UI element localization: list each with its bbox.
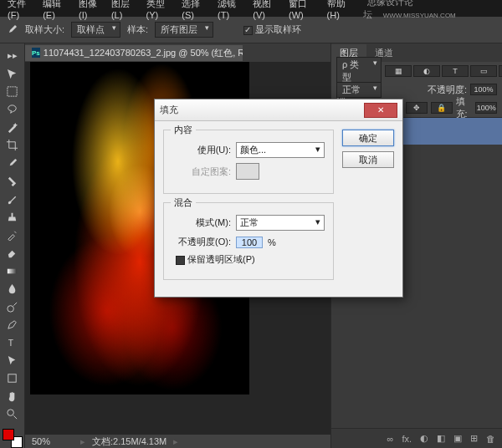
sample-from-dropdown[interactable]: 所有图层 (155, 22, 213, 38)
magic-wand-tool[interactable] (3, 119, 23, 136)
fx-icon[interactable]: fx. (402, 434, 412, 444)
shape-tool[interactable] (3, 369, 23, 387)
mode-label: 模式(M): (172, 216, 231, 229)
document-tab[interactable]: Ps 11074431_122403780263_2.jpg @ 50% (红色… (25, 45, 243, 61)
pattern-picker (236, 163, 259, 180)
toolbar: ▸▸ T (0, 43, 25, 448)
blend-mode-dropdown[interactable]: 正常 (336, 82, 382, 98)
doc-status: 文档:2.15M/4.13M (92, 435, 166, 448)
menu-file[interactable]: 文件(F) (3, 0, 38, 20)
menu-type[interactable]: 类型(Y) (142, 0, 178, 20)
hand-tool[interactable] (3, 388, 23, 405)
opacity-label: 不透明度(O): (172, 236, 231, 248)
content-legend: 内容 (171, 124, 196, 136)
ps-icon: Ps (32, 48, 40, 58)
filter-smart-icon[interactable]: ◧ (499, 65, 502, 77)
move-tool[interactable] (3, 64, 23, 82)
use-dropdown[interactable]: 颜色... (236, 142, 325, 158)
type-tool[interactable]: T (3, 333, 23, 351)
mask-icon[interactable]: ◐ (420, 433, 428, 444)
preserve-checkbox[interactable]: 保留透明区域(P) (176, 253, 255, 266)
menu-image[interactable]: 图像(I) (74, 0, 107, 20)
marquee-tool[interactable] (3, 83, 23, 100)
forum-watermark: 思缘设计论坛 WWW.MISSYUAN.COM (359, 0, 499, 21)
blend-legend: 混合 (171, 196, 196, 209)
opacity-label: 不透明度: (428, 84, 467, 96)
cancel-button[interactable]: 取消 (342, 151, 394, 168)
eraser-tool[interactable] (3, 244, 23, 262)
svg-rect-0 (8, 87, 17, 96)
delete-layer-icon[interactable]: 🗑 (486, 434, 495, 444)
status-bar: 50% ▸ 文档:2.15M/4.13M ▸ (25, 435, 330, 448)
menu-help[interactable]: 帮助(H) (323, 0, 359, 20)
sample-size-dropdown[interactable]: 取样点 (71, 22, 120, 38)
menu-view[interactable]: 视图(V) (248, 0, 284, 20)
mode-dropdown[interactable]: 正常 (236, 215, 325, 231)
group-icon[interactable]: ▣ (453, 433, 462, 444)
lock-pos-icon[interactable]: ✥ (406, 102, 428, 114)
svg-point-2 (8, 305, 14, 312)
eyedropper-tool[interactable] (3, 155, 23, 172)
filter-type-icon[interactable]: T (442, 65, 469, 77)
new-layer-icon[interactable]: ⊞ (470, 433, 478, 444)
eyedropper-icon[interactable] (5, 23, 18, 37)
menu-layer[interactable]: 图层(L) (107, 0, 142, 20)
document-tabs: Ps 11074431_122403780263_2.jpg @ 50% (红色… (25, 43, 330, 62)
opacity-unit: % (268, 237, 276, 247)
zoom-tool[interactable] (3, 405, 23, 423)
pattern-label: 自定图案: (172, 165, 231, 178)
blur-tool[interactable] (3, 280, 23, 298)
spot-heal-tool[interactable] (3, 172, 23, 190)
brush-tool[interactable] (3, 191, 23, 208)
menu-edit[interactable]: 编辑(E) (38, 0, 74, 20)
lock-all-icon[interactable]: 🔒 (431, 102, 453, 114)
use-label: 使用(U): (172, 144, 231, 156)
svg-rect-1 (8, 268, 17, 273)
clone-stamp-tool[interactable] (3, 208, 23, 226)
history-brush-tool[interactable] (3, 227, 23, 244)
sample-from-label: 样本: (127, 23, 148, 36)
svg-point-5 (8, 410, 14, 416)
fill-value[interactable]: 100% (475, 102, 497, 114)
fg-color-swatch[interactable] (3, 429, 14, 440)
dialog-close-button[interactable]: ✕ (364, 103, 397, 118)
gradient-tool[interactable] (3, 262, 23, 279)
fill-label: 填充: (456, 95, 473, 120)
link-layers-icon[interactable]: ∞ (387, 434, 394, 444)
adjustment-icon[interactable]: ◧ (437, 433, 445, 444)
fill-dialog: 填充 ✕ 确定 取消 内容 使用(U): 颜色... 自定图案: 混合 模式(M… (154, 99, 403, 298)
opacity-input[interactable]: 100 (236, 237, 263, 248)
layer-footer: ∞ fx. ◐ ◧ ▣ ⊞ 🗑 (331, 428, 502, 448)
svg-text:T: T (8, 339, 14, 349)
filter-adj-icon[interactable]: ◐ (413, 65, 440, 77)
dodge-tool[interactable] (3, 298, 23, 315)
opacity-value[interactable]: 100% (470, 84, 497, 95)
crop-tool[interactable] (3, 136, 23, 154)
filter-pixel-icon[interactable]: ▦ (385, 65, 412, 77)
lasso-tool[interactable] (3, 100, 23, 118)
ok-button[interactable]: 确定 (342, 130, 394, 146)
show-ring-checkbox[interactable]: 显示取样环 (243, 23, 301, 36)
expand-toolbar-icon[interactable]: ▸▸ (3, 47, 23, 64)
dialog-title: 填充 (160, 104, 364, 116)
zoom-level[interactable]: 50% (32, 436, 74, 446)
pen-tool[interactable] (3, 316, 23, 333)
path-select-tool[interactable] (3, 352, 23, 369)
dialog-titlebar[interactable]: 填充 ✕ (155, 99, 402, 121)
document-tab-title: 11074431_122403780263_2.jpg @ 50% (红色, R… (44, 47, 243, 59)
menu-select[interactable]: 选择(S) (177, 0, 213, 20)
menu-bar: 文件(F) 编辑(E) 图像(I) 图层(L) 类型(Y) 选择(S) 滤镜(T… (0, 0, 502, 17)
filter-shape-icon[interactable]: ▭ (470, 65, 497, 77)
sample-size-label: 取样大小: (25, 23, 64, 36)
svg-rect-4 (8, 374, 16, 382)
color-swatches[interactable] (3, 429, 23, 448)
menu-window[interactable]: 窗口(W) (284, 0, 322, 20)
menu-filter[interactable]: 滤镜(T) (213, 0, 248, 20)
